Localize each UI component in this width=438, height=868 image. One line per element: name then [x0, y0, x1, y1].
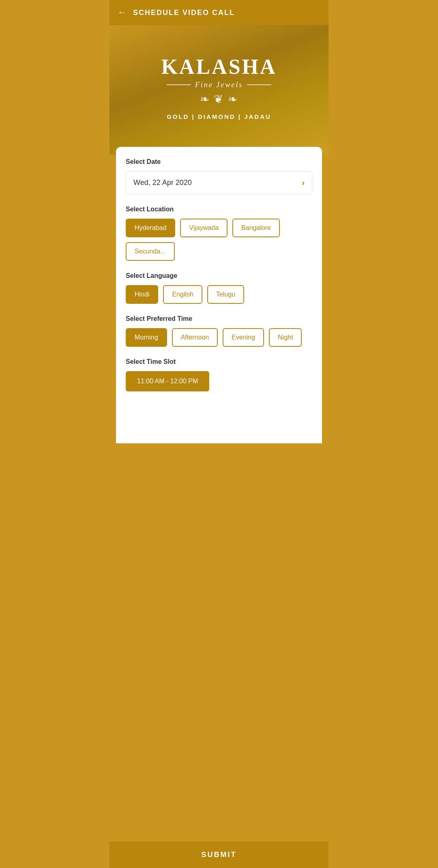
submit-footer: SUBMIT [110, 842, 328, 868]
location-bangalore[interactable]: Bangalore [232, 219, 280, 237]
time-pref-options: Morning Afternoon Evening Night [126, 328, 312, 347]
language-options: Hindi English Telugu [126, 285, 312, 304]
brand-subtitle: Fine Jewels [195, 81, 243, 89]
page-title: SCHEDULE VIDEO CALL [133, 9, 235, 17]
submit-button[interactable]: SUBMIT [202, 851, 237, 859]
brand-line-left [167, 84, 191, 85]
location-secunderabad[interactable]: Secunda... [126, 242, 175, 261]
date-section: Select Date Wed, 22 Apr 2020 › [126, 158, 312, 194]
form-card: Select Date Wed, 22 Apr 2020 › Select Lo… [116, 147, 322, 443]
language-hindi[interactable]: Hindi [126, 285, 158, 304]
brand-line-right [247, 84, 271, 85]
location-hyderabad[interactable]: Hyderabad [126, 219, 175, 237]
time-night[interactable]: Night [269, 328, 302, 347]
language-telugu[interactable]: Telugu [207, 285, 244, 304]
location-section: Select Location Hyderabad Vijaywada Bang… [126, 206, 312, 261]
location-vijaywada[interactable]: Vijaywada [180, 219, 228, 237]
time-morning[interactable]: Morning [126, 328, 167, 347]
timeslot-button[interactable]: 11:00 AM - 12:00 PM [126, 371, 209, 391]
back-button[interactable]: ← [118, 7, 127, 18]
date-value: Wed, 22 Apr 2020 [133, 178, 192, 187]
brand-subtitle-row: Fine Jewels [167, 81, 271, 89]
time-afternoon[interactable]: Afternoon [172, 328, 218, 347]
time-pref-label: Select Preferred Time [126, 315, 312, 322]
language-english[interactable]: English [163, 285, 202, 304]
time-pref-section: Select Preferred Time Morning Afternoon … [126, 315, 312, 347]
location-label: Select Location [126, 206, 312, 213]
timeslot-label: Select Time Slot [126, 358, 312, 365]
timeslot-section: Select Time Slot 11:00 AM - 12:00 PM [126, 358, 312, 391]
hero-section: KALASHA Fine Jewels ❧ ❦ ❧ GOLD | DIAMOND… [110, 25, 328, 155]
date-arrow-icon: › [302, 178, 305, 187]
language-section: Select Language Hindi English Telugu [126, 272, 312, 304]
brand-name: KALASHA [161, 56, 277, 77]
location-options: Hyderabad Vijaywada Bangalore Secunda... [126, 219, 312, 261]
brand-tagline: GOLD | DIAMOND | JADAU [167, 113, 271, 120]
brand-ornament: ❧ ❦ ❧ [200, 92, 238, 106]
language-label: Select Language [126, 272, 312, 279]
date-label: Select Date [126, 158, 312, 165]
header: ← SCHEDULE VIDEO CALL [110, 0, 328, 25]
time-evening[interactable]: Evening [223, 328, 264, 347]
date-picker[interactable]: Wed, 22 Apr 2020 › [126, 171, 312, 194]
